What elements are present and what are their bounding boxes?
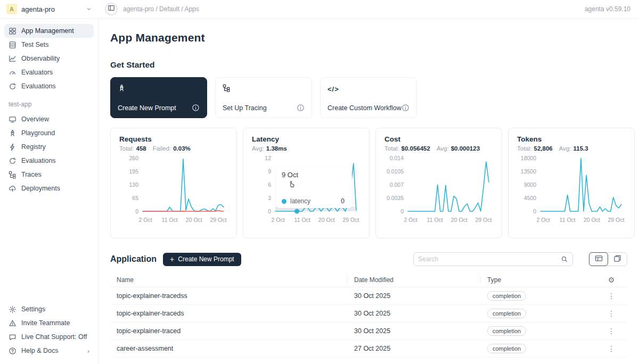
sidebar-item-evaluators[interactable]: Evaluators [4,65,94,79]
create-new-prompt-button[interactable]: + Create New Prompt [163,253,241,266]
svg-text:6: 6 [268,181,271,188]
gauge-icon [9,69,17,77]
date-modified-cell: 30 Oct 2025 [348,327,481,335]
svg-text:11 Oct: 11 Oct [427,217,443,223]
sidebar-item-observability[interactable]: Observability [4,52,94,65]
card-view-button[interactable] [608,253,627,266]
svg-text:13500: 13500 [521,168,536,175]
chart-stats: Total:52,806Avg:115.3 [517,145,626,152]
svg-text:0.007: 0.007 [390,181,404,188]
table-row-topic-explainer-traced[interactable]: topic-explainer-traced30 Oct 2025complet… [110,322,627,340]
sidebar-footer-settings[interactable]: Settings [4,302,94,316]
sidebar-item-registry[interactable]: Registry [4,140,94,154]
table-view-button[interactable] [589,252,608,266]
chat-icon [9,333,17,341]
column-header-name[interactable]: Name [110,276,348,284]
code-icon: </> [327,85,339,93]
row-menu-icon[interactable]: ⋮ [608,292,615,300]
sidebar-footer-live-chat-support-off[interactable]: Live Chat Support: Off [4,330,94,344]
sidebar-item-label: Evaluators [21,69,53,76]
legend-dot [282,199,286,204]
requests-line-chart[interactable]: 0651301952602 Oct11 Oct20 Oct29 Oct [119,155,228,226]
get-started-card-create-new-prompt[interactable]: Create New Prompt [110,77,207,118]
workspace-name: agenta-pro [21,5,81,13]
column-header-type[interactable]: Type [481,276,595,284]
breadcrumb[interactable]: agenta-pro / Default / Apps [123,5,585,13]
sidebar-item-overview[interactable]: Overview [4,112,94,126]
sidebar-main-group: App ManagementTest SetsObservabilityEval… [4,24,94,93]
card-label: Create New Prompt [118,104,176,112]
sidebar-item-evaluations[interactable]: Evaluations [4,79,94,93]
sidebar-item-label: Evaluations [21,157,56,164]
get-started-card-set-up-tracing[interactable]: Set Up Tracing [215,77,312,118]
table-view-icon [595,254,603,264]
applications-table: Name Date Modified Type ⚙ topic-explaine… [110,272,627,358]
table-row-topic-explainer-tracedss[interactable]: topic-explainer-tracedss30 Oct 2025compl… [110,287,627,305]
svg-text:0: 0 [268,208,271,214]
svg-text:9000: 9000 [524,181,537,188]
chart-title: Cost [384,135,493,143]
plus-icon: + [170,255,174,263]
row-menu-icon[interactable]: ⋮ [608,344,615,353]
svg-text:11 Oct: 11 Oct [294,217,310,223]
sidebar-toggle-button[interactable] [105,3,118,15]
search-icon[interactable] [561,255,568,263]
chart-title: Tokens [517,135,626,143]
sidebar-item-playground[interactable]: Playground [4,126,94,140]
chevron-right-icon: › [87,347,89,355]
svg-text:20 Oct: 20 Oct [318,217,335,223]
tooltip-value: 0 [341,197,347,205]
table-settings-gear-icon[interactable]: ⚙ [608,276,615,284]
svg-text:0: 0 [533,208,536,214]
sidebar-footer-invite-teammate[interactable]: Invite Teammate [4,316,94,330]
sidebar-item-label: App Management [21,27,74,35]
info-icon[interactable] [297,104,305,112]
card-label: Create Custom Workflow [327,104,402,112]
svg-text:20 Oct: 20 Oct [186,217,202,223]
panel-left-icon [108,4,115,14]
type-badge: completion [487,291,526,301]
sidebar-item-label: Test Sets [21,41,48,48]
table-row-topic-explainer-traceds[interactable]: topic-explainer-traceds30 Oct 2025comple… [110,305,627,322]
table-row-career-assessment[interactable]: career-assessment27 Oct 2025completion⋮ [110,340,627,358]
grid-icon [9,27,17,35]
sidebar-item-label: Settings [21,305,45,313]
application-header: Application + Create New Prompt [110,252,627,266]
chart-title: Requests [119,135,228,143]
sidebar-item-label: Evaluations [21,82,56,90]
cursor-hand-icon [288,180,296,191]
requests-chart-card: RequestsTotal:458Failed:0.03%06513019526… [110,128,237,238]
sidebar-project-label: test-app [9,101,94,108]
sidebar-item-traces[interactable]: Traces [4,168,94,181]
svg-text:0: 0 [135,208,138,214]
sidebar-footer-help-docs[interactable]: Help & Docs› [4,344,94,358]
cost-line-chart[interactable]: 00.00350.0070.01050.0142 Oct11 Oct20 Oct… [384,155,493,226]
main-content: App Management Get Started Create New Pr… [99,19,639,364]
sidebar-item-test-sets[interactable]: Test Sets [4,38,94,52]
svg-text:20 Oct: 20 Oct [584,217,600,223]
sidebar: App ManagementTest SetsObservabilityEval… [0,19,99,364]
sidebar-item-label: Registry [21,143,46,151]
sidebar-item-deployments[interactable]: Deployments [4,181,94,195]
chart-stats: Total:458Failed:0.03% [119,145,228,152]
chevron-down-icon [86,6,92,12]
cloud-icon [9,185,17,193]
info-icon[interactable] [192,104,200,112]
row-menu-icon[interactable]: ⋮ [608,309,615,318]
chart-stats: Total:$0.056452Avg:$0.000123 [384,145,493,152]
tokens-chart-card: TokensTotal:52,806Avg:115.30450090001350… [508,128,635,238]
sidebar-item-evaluations[interactable]: Evaluations [4,154,94,168]
svg-text:29 Oct: 29 Oct [210,217,226,223]
row-menu-icon[interactable]: ⋮ [608,327,615,335]
column-header-date-modified[interactable]: Date Modified [348,276,481,284]
get-started-card-create-custom-workflow[interactable]: </>Create Custom Workflow [320,77,417,118]
tokens-line-chart[interactable]: 04500900013500180002 Oct11 Oct20 Oct29 O… [517,155,626,226]
svg-text:29 Oct: 29 Oct [342,217,359,223]
search-input[interactable] [418,255,558,263]
workspace-switcher[interactable]: A agenta-pro [0,4,99,14]
sidebar-item-app-management[interactable]: App Management [4,24,94,38]
card-label: Set Up Tracing [223,104,267,112]
rocket-icon [118,84,126,94]
svg-text:12: 12 [265,155,271,161]
info-icon[interactable] [402,104,409,112]
